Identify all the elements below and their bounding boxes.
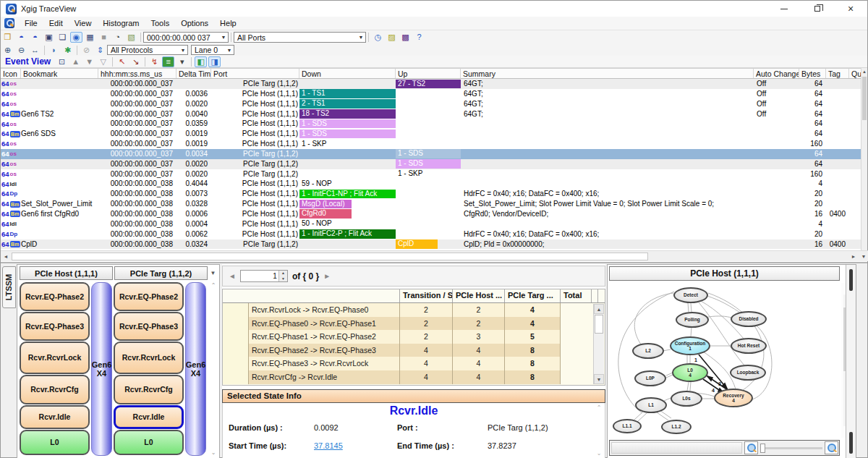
diagram-node-l0s[interactable]: L0s (671, 391, 702, 407)
ltssm-state-diagram[interactable]: DetectPollingDisabledConfiguration1Hot R… (609, 283, 840, 438)
table-row[interactable]: 64Idl000:00:00.000_0380.0004PCIe Host (1… (1, 219, 862, 229)
col-header-summary[interactable]: Summary (461, 69, 754, 78)
diagram-hscrollbar[interactable] (611, 442, 742, 454)
trans-header-2[interactable]: PCIe Targ ... (505, 289, 561, 302)
find-event-icon[interactable]: ⊡ (56, 56, 68, 67)
transition-row[interactable]: Rcvr.EQ-Phase3 -> Rcvr.RcvrLock448 (223, 357, 605, 370)
ltssm-state-l0[interactable]: L0 (20, 430, 90, 455)
jump-up-icon[interactable]: ↖ (116, 56, 128, 67)
diagram-node-l1[interactable]: L1 (635, 397, 667, 413)
transition-table-scrollbar[interactable]: ▲ ▼ (593, 304, 604, 384)
decode-view-icon[interactable]: ◧ (195, 56, 207, 67)
diagram-node-l2[interactable]: L2 (632, 343, 664, 359)
menu-histogram[interactable]: Histogram (97, 17, 145, 29)
table-row[interactable]: 64BmGen6 SDS000:00:00.000_0370.0019PCIe … (1, 129, 862, 139)
transition-row[interactable]: Rcvr.EQ-Phase2 -> Rcvr.EQ-Phase3448 (223, 344, 605, 357)
diagram-header[interactable]: PCIe Host (1,1,1) (609, 266, 840, 281)
transition-row[interactable]: Rcvr.EQ-Phase1 -> Rcvr.EQ-Phase2235 (223, 330, 605, 344)
help-icon[interactable]: ? (413, 32, 425, 43)
capture-icon[interactable]: ◉ (70, 32, 82, 43)
traffic-dropdown-icon[interactable]: ▾ (176, 56, 188, 67)
col-header-bookmark[interactable]: Bookmark (21, 69, 98, 78)
table-row[interactable]: 64os000:00:00.000_0370.0036PCIe Host (1,… (1, 89, 862, 99)
trans-header-3[interactable]: Total (561, 289, 592, 302)
ltssm-state-rcvr-rcvrlock[interactable]: Rcvr.RcvrLock (114, 342, 184, 374)
ltssm-state-rcvr-eq-phase3[interactable]: Rcvr.EQ-Phase3 (20, 312, 90, 341)
ltssm-state-l0[interactable]: L0 (114, 430, 184, 455)
event-table-vscrollbar[interactable]: ▲ (861, 68, 867, 250)
analyzer-icon[interactable]: ▩ (399, 32, 412, 43)
col-header-auto-change[interactable]: Auto Change (754, 69, 799, 78)
table-row[interactable]: 64Idl000:00:00.000_0380.4044PCIe Host (1… (1, 179, 862, 189)
scroll-down-icon[interactable]: ▼ (594, 374, 604, 384)
scroll-right-icon[interactable]: ► (848, 254, 859, 259)
diagram-node-l0p[interactable]: L0P (634, 370, 666, 386)
ltssm-header-dropdown-icon[interactable]: ▼ (208, 268, 218, 279)
grid-view-icon[interactable]: ▦ (84, 32, 96, 43)
transition-row[interactable]: Rcvr.EQ-Phase0 -> Rcvr.EQ-Phase1224 (223, 317, 605, 331)
protocols-combo[interactable]: All Protocols ▼ (107, 45, 188, 55)
zoom-in-icon[interactable]: ⊕ (1, 45, 14, 56)
lane-view-icon[interactable]: ◨ (208, 56, 221, 67)
scroll-up-icon[interactable]: ▲ (594, 304, 604, 314)
marker-icon[interactable]: ✱ (61, 45, 74, 56)
tag-icon[interactable]: ◗ (48, 45, 60, 56)
menu-help[interactable]: Help (214, 17, 242, 29)
lane-combo[interactable]: Lane 0 ▼ (191, 45, 234, 55)
stop-icon[interactable]: ■ (98, 32, 110, 43)
transition-row[interactable]: Rcvr.RcvrLock -> Rcvr.EQ-Phase0224 (223, 303, 605, 317)
diagram-node-hot-reset[interactable]: Hot Reset (731, 338, 767, 354)
table-row[interactable]: 64os000:00:00.000_0370.0020PCIe Targ (1,… (1, 159, 862, 169)
open-trace-icon[interactable]: ❒ (1, 32, 14, 43)
minimize-button[interactable] (767, 1, 801, 17)
timer-icon[interactable]: ◔ (111, 32, 124, 43)
table-row[interactable]: 64Dp000:00:00.000_0380.0073PCIe Host (1,… (1, 189, 862, 199)
ltssm-tab[interactable]: LTSSM (2, 266, 16, 308)
diagram-node-l0[interactable]: L04 (672, 363, 708, 382)
table-row[interactable]: 64os000:00:00.000_037PCIe Targ (1,1,2)27… (1, 79, 862, 89)
ltssm-state-rcvr-rcvrcfg[interactable]: Rcvr.RcvrCfg (20, 375, 90, 404)
time-combo[interactable]: 000:00:00.000 037 ▼ (143, 32, 229, 43)
scroll-down-icon[interactable]: ⌄ (211, 449, 216, 456)
trans-header-1[interactable]: PCIe Host ... (453, 289, 505, 302)
menu-options[interactable]: Options (175, 17, 214, 29)
event-table-hscrollbar[interactable]: ◄ ► ▼ (1, 250, 868, 261)
table-row[interactable]: 64BmGen6 first CfgRd0000:00:00.000_0380.… (1, 209, 862, 219)
zoom-out-icon[interactable] (744, 441, 758, 454)
zoom-slider[interactable] (760, 443, 822, 453)
col-header-delta-time[interactable]: Delta Time (176, 69, 211, 78)
close-button[interactable]: × (834, 1, 867, 17)
filter-icon[interactable]: ▽ (97, 56, 109, 67)
diagram-node-polling[interactable]: Polling (676, 312, 709, 328)
transition-row[interactable]: Rcvr.RcvrCfg -> Rcvr.Idle448 (223, 370, 605, 384)
prev-event-icon[interactable]: ▲ (69, 56, 82, 67)
ltssm-state-rcvr-eq-phase3[interactable]: Rcvr.EQ-Phase3 (114, 312, 184, 341)
ltssm-state-rcvr-rcvrlock[interactable]: Rcvr.RcvrLock (20, 342, 90, 374)
col-header-down[interactable]: Down (299, 69, 396, 78)
scroll-left-icon[interactable]: ◄ (1, 254, 11, 259)
save-all-icon[interactable]: ❏ (56, 32, 69, 43)
zoom-out-icon[interactable]: ⊖ (15, 45, 27, 56)
scroll-down-icon[interactable]: ▼ (859, 254, 868, 259)
ltssm-state-rcvr-idle[interactable]: Rcvr.Idle (114, 405, 184, 429)
ltssm-scrollbar[interactable]: ⌃⌄ (209, 282, 218, 456)
ports-combo[interactable]: All Ports ▼ (234, 32, 366, 43)
start-time-link[interactable]: 37.8145 (314, 441, 397, 450)
time-info-icon[interactable]: ◷ (372, 32, 384, 43)
ltssm-state-rcvr-rcvrcfg[interactable]: Rcvr.RcvrCfg (114, 375, 184, 404)
ltssm-state-rcvr-eq-phase2[interactable]: Rcvr.EQ-Phase2 (20, 282, 90, 311)
diagram-node-configuration[interactable]: Configuration1 (670, 336, 710, 355)
table-row[interactable]: 64os000:00:00.000_0370.0034PCIe Targ (1,… (1, 149, 862, 159)
panel-splitter[interactable] (846, 265, 856, 458)
table-row[interactable]: 64os000:00:00.000_0370.0020PCIe Host (1,… (1, 99, 862, 109)
scroll-up-icon[interactable]: ⌃ (211, 282, 216, 289)
scroll-down-icon[interactable]: ⌄ (597, 450, 602, 457)
diagram-node-l1-1[interactable]: L1.1 (613, 419, 642, 433)
col-header-port[interactable]: Port (211, 69, 299, 78)
diagram-node-recovery[interactable]: Recovery4 (714, 389, 753, 407)
save-icon[interactable]: ▣ (43, 32, 55, 43)
restore-button[interactable] (801, 1, 834, 17)
menu-tools[interactable]: Tools (145, 17, 175, 29)
expert-view-icon[interactable]: ▨ (386, 32, 398, 43)
trigger-icon[interactable]: ↯ (148, 56, 161, 67)
